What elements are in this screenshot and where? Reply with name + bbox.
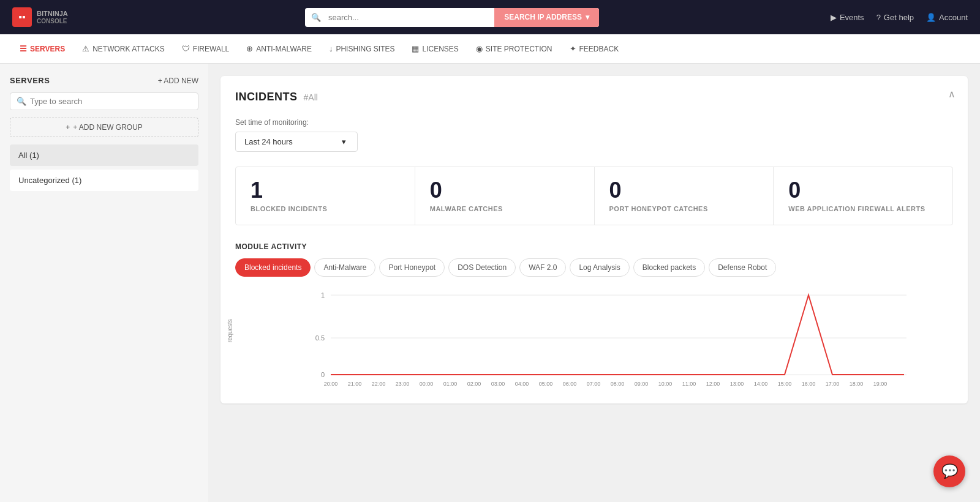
- feedback-icon: ✦: [570, 44, 576, 53]
- malware-catches-number: 0: [430, 179, 579, 201]
- anti-malware-icon: ⊕: [246, 44, 253, 53]
- monitoring-label: Set time of monitoring:: [235, 118, 953, 127]
- subnav-item-phishing-sites[interactable]: ↓ PHISHING SITES: [322, 40, 402, 57]
- stats-row: 1 BLOCKED INCIDENTS 0 MALWARE CATCHES 0 …: [235, 167, 953, 225]
- chat-bubble-icon: 💬: [941, 463, 958, 479]
- svg-text:08:00: 08:00: [611, 381, 625, 387]
- module-activity-label: MODULE ACTIVITY: [235, 242, 953, 251]
- svg-text:05:00: 05:00: [539, 381, 553, 387]
- top-navigation: ▪▪ BITNINJA CONSOLE 🔍 SEARCH IP ADDRESS …: [0, 0, 980, 34]
- search-input[interactable]: [321, 8, 494, 27]
- waf-label: WEB APPLICATION FIREWALL ALERTS: [788, 205, 938, 212]
- stat-waf: 0 WEB APPLICATION FIREWALL ALERTS: [774, 167, 952, 225]
- svg-text:12:00: 12:00: [706, 381, 720, 387]
- svg-text:16:00: 16:00: [802, 381, 816, 387]
- help-link[interactable]: ? Get help: [876, 13, 914, 22]
- chat-bubble-button[interactable]: 💬: [933, 455, 965, 487]
- search-ip-button[interactable]: SEARCH IP ADDRESS ▾: [494, 8, 599, 27]
- incidents-header: INCIDENTS #All: [235, 91, 953, 103]
- incidents-card: INCIDENTS #All ∧ Set time of monitoring:…: [221, 76, 968, 403]
- add-new-server-button[interactable]: + ADD NEW: [158, 77, 198, 85]
- search-inner: 🔍 SEARCH IP ADDRESS ▾: [305, 8, 599, 27]
- subnav-item-network-attacks[interactable]: ⚠ NETWORK ATTACKS: [75, 40, 172, 57]
- dropdown-arrow-icon: ▾: [586, 13, 589, 21]
- secondary-navigation: ☰ SERVERS ⚠ NETWORK ATTACKS 🛡 FIREWALL ⊕…: [0, 34, 980, 64]
- add-group-plus-icon: +: [66, 123, 70, 132]
- svg-text:15:00: 15:00: [778, 381, 792, 387]
- svg-text:10:00: 10:00: [658, 381, 673, 387]
- svg-text:21:00: 21:00: [348, 381, 362, 387]
- svg-text:13:00: 13:00: [730, 381, 744, 387]
- svg-text:18:00: 18:00: [850, 381, 864, 387]
- search-icon: 🔍: [305, 8, 321, 27]
- stat-port-honeypot: 0 PORT HONEYPOT CATCHES: [595, 167, 774, 225]
- subnav-item-feedback[interactable]: ✦ FEEDBACK: [562, 40, 627, 57]
- subnav-item-anti-malware[interactable]: ⊕ ANTI-MALWARE: [239, 40, 319, 57]
- main-layout: SERVERS + ADD NEW 🔍 + + ADD NEW GROUP Al…: [0, 64, 980, 502]
- svg-text:04:00: 04:00: [515, 381, 529, 387]
- svg-text:1: 1: [321, 291, 325, 299]
- server-group-uncategorized[interactable]: Uncategorized (1): [10, 170, 198, 191]
- events-link[interactable]: ▶ Events: [831, 13, 864, 22]
- stat-malware-catches: 0 MALWARE CATCHES: [415, 167, 595, 225]
- svg-text:19:00: 19:00: [873, 381, 888, 387]
- svg-text:14:00: 14:00: [754, 381, 768, 387]
- svg-text:17:00: 17:00: [826, 381, 840, 387]
- module-tab-log-analysis[interactable]: Log Analysis: [570, 258, 629, 277]
- sidebar-header: SERVERS + ADD NEW: [10, 76, 198, 85]
- port-honeypot-label: PORT HONEYPOT CATCHES: [609, 205, 759, 212]
- waf-number: 0: [788, 179, 938, 201]
- search-bar: 🔍 SEARCH IP ADDRESS ▾: [83, 8, 821, 27]
- module-tab-blocked-packets[interactable]: Blocked packets: [633, 258, 705, 277]
- server-search-box: 🔍: [10, 92, 198, 110]
- svg-text:07:00: 07:00: [587, 381, 601, 387]
- add-new-group-button[interactable]: + + ADD NEW GROUP: [10, 118, 198, 137]
- network-attacks-icon: ⚠: [82, 44, 89, 53]
- module-tab-blocked-incidents[interactable]: Blocked incidents: [235, 258, 311, 277]
- svg-text:06:00: 06:00: [563, 381, 577, 387]
- chart-svg: 1 0.5 0 20:00 21:00 22:00 23:00 00:00 01…: [260, 289, 953, 387]
- account-link[interactable]: 👤 Account: [926, 13, 968, 22]
- subnav-item-site-protection[interactable]: ◉ SITE PROTECTION: [469, 40, 560, 57]
- events-icon: ▶: [831, 13, 837, 22]
- server-group-all[interactable]: All (1): [10, 144, 198, 166]
- svg-text:03:00: 03:00: [491, 381, 505, 387]
- collapse-button[interactable]: ∧: [948, 88, 956, 100]
- module-tab-waf[interactable]: WAF 2.0: [519, 258, 566, 277]
- svg-text:01:00: 01:00: [443, 381, 458, 387]
- subnav-item-firewall[interactable]: 🛡 FIREWALL: [175, 40, 237, 57]
- stat-blocked-incidents: 1 BLOCKED INCIDENTS: [236, 167, 415, 225]
- firewall-icon: 🛡: [182, 44, 190, 53]
- help-icon: ?: [876, 13, 881, 22]
- subnav-item-licenses[interactable]: ▦ LICENSES: [404, 40, 466, 57]
- svg-text:23:00: 23:00: [396, 381, 410, 387]
- svg-text:22:00: 22:00: [372, 381, 386, 387]
- module-tab-dos-detection[interactable]: DOS Detection: [448, 258, 516, 277]
- sidebar-title: SERVERS: [10, 76, 50, 85]
- svg-text:20:00: 20:00: [324, 381, 338, 387]
- servers-icon: ☰: [20, 44, 27, 53]
- blocked-incidents-number: 1: [251, 179, 400, 201]
- site-protection-icon: ◉: [476, 44, 483, 53]
- subnav-item-servers[interactable]: ☰ SERVERS: [12, 40, 72, 57]
- incidents-title: INCIDENTS: [235, 91, 298, 103]
- logo-brand: BITNINJA: [37, 10, 68, 17]
- server-search-input[interactable]: [30, 97, 192, 106]
- module-tab-port-honeypot[interactable]: Port Honeypot: [379, 258, 445, 277]
- svg-text:02:00: 02:00: [467, 381, 481, 387]
- time-select-chevron-icon: ▾: [342, 137, 346, 146]
- svg-text:00:00: 00:00: [420, 381, 434, 387]
- time-select[interactable]: Last 24 hours ▾: [235, 132, 358, 152]
- logo-console: CONSOLE: [37, 18, 68, 24]
- licenses-icon: ▦: [412, 44, 419, 53]
- module-tab-anti-malware[interactable]: Anti-Malware: [314, 258, 375, 277]
- logo[interactable]: ▪▪ BITNINJA CONSOLE: [12, 7, 74, 27]
- content-area: INCIDENTS #All ∧ Set time of monitoring:…: [208, 64, 980, 502]
- logo-icon: ▪▪: [12, 7, 32, 27]
- chart-wrapper: requests 1 0.5 0 20:00 21:00: [235, 289, 953, 389]
- svg-text:09:00: 09:00: [635, 381, 649, 387]
- topnav-actions: ▶ Events ? Get help 👤 Account: [831, 13, 968, 22]
- malware-catches-label: MALWARE CATCHES: [430, 205, 579, 212]
- sidebar: SERVERS + ADD NEW 🔍 + + ADD NEW GROUP Al…: [0, 64, 208, 502]
- module-tab-defense-robot[interactable]: Defense Robot: [709, 258, 776, 277]
